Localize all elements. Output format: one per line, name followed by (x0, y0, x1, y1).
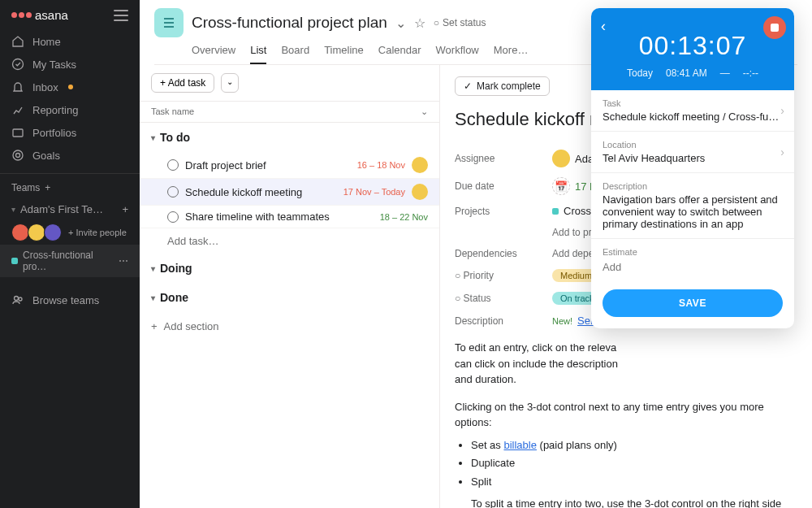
folder-icon (11, 126, 24, 139)
timer-location-field[interactable]: Location Tel Aviv Headquarters › (591, 132, 794, 173)
timer-panel: ‹ 00:13:07 Today 08:41 AM — --:-- Task S… (591, 8, 794, 328)
check-icon[interactable] (167, 211, 179, 223)
add-section-button[interactable]: +Add section (140, 312, 439, 341)
nav-goals[interactable]: Goals (0, 144, 140, 167)
timer-start[interactable]: 08:41 AM (666, 67, 707, 79)
project-color-icon (11, 258, 18, 264)
plus-icon[interactable]: + (45, 182, 50, 193)
project-row[interactable]: Cross-functional pro… ⋯ (0, 245, 140, 277)
stop-icon (771, 24, 779, 32)
logo[interactable]: asana (11, 8, 68, 22)
nav-mytasks[interactable]: My Tasks (0, 53, 140, 76)
target-icon (11, 149, 24, 162)
tab-overview[interactable]: Overview (192, 44, 235, 64)
task-row[interactable]: Schedule kickoff meeting 17 Nov – Today (140, 179, 439, 206)
chevron-right-icon: › (780, 104, 784, 117)
assignee-label: Assignee (455, 153, 536, 164)
project-color-icon (552, 208, 559, 215)
app-name: asana (35, 8, 68, 22)
save-button[interactable]: SAVE (603, 289, 783, 317)
check-icon[interactable] (167, 159, 179, 171)
avatar[interactable] (412, 157, 428, 173)
stop-timer-button[interactable] (763, 16, 786, 39)
svg-rect-1 (13, 129, 23, 137)
timer-header: ‹ 00:13:07 Today 08:41 AM — --:-- (591, 8, 794, 90)
team-row[interactable]: ▾Adam's First Te… + (0, 198, 140, 220)
task-list-pane: + Add task ⌄ Task name ⌄ ▾To do Draft pr… (140, 65, 440, 508)
nav-home[interactable]: Home (0, 30, 140, 53)
avatar (552, 150, 570, 167)
timer-elapsed: 00:13:07 (603, 31, 783, 61)
browse-teams[interactable]: Browse teams (0, 285, 140, 315)
task-row[interactable]: Draft project brief 16 – 18 Nov (140, 152, 439, 179)
chart-icon (11, 103, 24, 116)
avatar[interactable] (28, 224, 45, 241)
nav-reporting[interactable]: Reporting (0, 98, 140, 121)
check-icon[interactable] (167, 186, 179, 198)
timer-end[interactable]: --:-- (743, 67, 758, 79)
add-task-menu-button[interactable]: ⌄ (221, 73, 239, 93)
due-label: Due date (455, 180, 536, 192)
column-header: Task name ⌄ (140, 101, 439, 123)
caret-icon: ▾ (11, 205, 15, 214)
svg-point-0 (13, 59, 24, 70)
tab-workflow[interactable]: Workflow (436, 44, 479, 64)
people-icon (11, 293, 24, 306)
billable-link[interactable]: billable (503, 439, 536, 451)
section-done[interactable]: ▾Done (140, 283, 439, 312)
nav-inbox[interactable]: Inbox (0, 76, 140, 98)
set-status-button[interactable]: ○ Set status (434, 17, 486, 28)
mark-complete-button[interactable]: ✓ Mark complete (455, 76, 550, 96)
avatar[interactable] (11, 224, 29, 241)
add-task-button[interactable]: + Add task (151, 73, 214, 93)
timer-date: Today (627, 67, 653, 79)
tab-calendar[interactable]: Calendar (378, 44, 421, 64)
plus-icon: + (151, 320, 158, 332)
chevron-right-icon: › (780, 145, 784, 158)
description-text[interactable]: To edit an entry, click on the relevacan… (455, 340, 797, 508)
bell-icon (11, 80, 24, 93)
svg-point-3 (16, 154, 20, 158)
unread-dot (68, 85, 73, 89)
estimate-input[interactable] (603, 261, 783, 273)
plus-icon[interactable]: + (122, 203, 128, 215)
more-icon[interactable]: ⋯ (119, 255, 128, 267)
estimate-label: Estimate (603, 247, 783, 257)
section-todo[interactable]: ▾To do (140, 123, 439, 152)
menu-icon[interactable] (114, 10, 128, 21)
chevron-down-icon[interactable]: ⌄ (395, 15, 406, 31)
check-circle-icon (11, 58, 24, 71)
tab-list[interactable]: List (250, 44, 266, 64)
invite-people[interactable]: + Invite people (68, 228, 127, 237)
avatar[interactable] (412, 184, 428, 200)
tab-more[interactable]: More… (494, 44, 529, 64)
tab-board[interactable]: Board (281, 44, 309, 64)
svg-point-4 (15, 297, 19, 301)
svg-point-2 (13, 150, 23, 160)
status-label: ○ Status (455, 293, 536, 304)
calendar-icon: 📅 (552, 177, 570, 195)
home-icon (11, 35, 24, 48)
desc-label: Description (455, 315, 536, 327)
tab-timeline[interactable]: Timeline (324, 44, 364, 64)
team-avatars: + Invite people (0, 220, 140, 245)
deps-label: Dependencies (455, 248, 536, 259)
section-doing[interactable]: ▾Doing (140, 254, 439, 283)
nav-portfolios[interactable]: Portfolios (0, 121, 140, 144)
teams-label: Teams + (0, 174, 140, 198)
star-icon[interactable]: ☆ (414, 15, 425, 31)
sidebar: asana Home My Tasks Inbox Reporting Port… (0, 0, 140, 508)
project-icon (154, 8, 184, 37)
add-task-inline[interactable]: Add task… (140, 228, 439, 254)
priority-label: ○ Priority (455, 270, 536, 281)
timer-description-field[interactable]: Description Navigation bars offer a pers… (591, 173, 794, 239)
chevron-down-icon[interactable]: ⌄ (421, 106, 428, 117)
back-icon[interactable]: ‹ (601, 18, 606, 35)
task-row[interactable]: Share timeline with teammates 18 – 22 No… (140, 206, 439, 228)
avatar[interactable] (44, 224, 62, 241)
projects-label: Projects (455, 206, 536, 217)
svg-point-5 (19, 297, 22, 301)
page-title: Cross-functional project plan (192, 14, 387, 32)
timer-task-field[interactable]: Task Schedule kickoff meeting / Cross-fu… (591, 90, 794, 132)
